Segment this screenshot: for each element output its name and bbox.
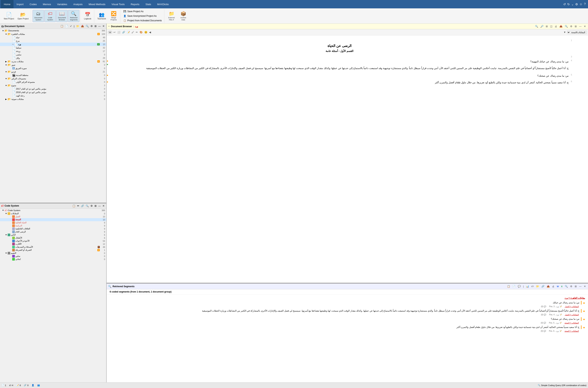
db-code-btn1[interactable]: ▼ (563, 31, 566, 34)
ret-minimize[interactable]: — (579, 285, 582, 288)
misc-arrow[interactable]: ▼ (4, 84, 8, 87)
audio-arrow[interactable]: ▶ (4, 98, 8, 100)
db-code-btn3[interactable]: 😊 (144, 31, 148, 34)
tree-code-children[interactable]: الأطفال 6 (0, 236, 106, 240)
open-project-button[interactable]: 📂 Open Project (16, 10, 30, 22)
db-code-btn8[interactable]: 🔗 (121, 31, 126, 34)
db-code-btn4[interactable]: 🎨 (139, 31, 143, 34)
code-system-button[interactable]: 🏷 CodeSystem (44, 10, 56, 22)
external-files-button[interactable]: 📁 ExternalFiles ▾ (166, 10, 177, 22)
db-code-btn6[interactable]: 🖊 (131, 31, 135, 34)
db-minimize[interactable]: — (579, 25, 582, 28)
code-eval-arrow[interactable]: ▼ (4, 252, 8, 254)
menu-reports[interactable]: Reports (128, 0, 142, 8)
code-sys-btn2[interactable]: ✏ (77, 204, 80, 208)
tree-focus-groups[interactable]: ▼ 📂 مجموعات التركيز 0 (0, 77, 106, 80)
seg-2-doc-link[interactable]: المقابلات < العمل (565, 314, 579, 316)
ret-btn8[interactable]: 📤 (546, 285, 550, 288)
menu-home[interactable]: Home (1, 0, 14, 8)
code-int-arrow[interactable]: ▼ (4, 213, 8, 215)
ret-search[interactable]: 🔍 (564, 285, 568, 288)
tree-code-work[interactable]: العمل 10 (0, 215, 106, 218)
settings-icon[interactable]: ⚙ (575, 2, 578, 6)
db-code-btn7[interactable]: 📝 (126, 31, 131, 34)
merge-projects-button[interactable]: 🔀 MergeProjects (108, 10, 119, 22)
project-activated-button[interactable]: 📋 Project from Activated Documents (122, 19, 163, 23)
tree-wael[interactable]: 📄 وائل 29 (0, 56, 106, 60)
tree-hayat[interactable]: 📄 حياة 49 (0, 36, 106, 39)
db-code-btn9[interactable]: ⬜ (117, 31, 121, 34)
db-expand[interactable]: ⊞ (574, 25, 577, 28)
ret-btn3[interactable]: 💬 (517, 285, 521, 288)
ret-excel[interactable]: X (561, 285, 563, 288)
new-project-button[interactable]: 📄 New Project (2, 10, 16, 22)
menu-codes[interactable]: Codes (27, 0, 40, 8)
menu-import[interactable]: Import (14, 0, 27, 8)
archive-data-button[interactable]: 📦 ArchiveData (178, 10, 189, 22)
retrieved-segments-button[interactable]: 🔍 RetrievedSegments (68, 10, 80, 22)
menu-stats[interactable]: Stats (142, 0, 154, 8)
tree-india-trip[interactable]: 📄 رحلة الهند 0 (0, 94, 106, 97)
tree-code-people[interactable]: ▼ الناس 6 (0, 233, 106, 236)
tree-code-friends[interactable]: الأصدقاء و الصديقات T 49 (0, 245, 106, 249)
madrid-arrow[interactable]: ▶ (4, 60, 8, 63)
save-project-as-button[interactable]: 💾 Save Project As (122, 9, 145, 14)
ret-btn9[interactable]: 🖨 (551, 285, 555, 288)
tree-code-relations[interactable]: العلاقات العاطفية 9 (0, 227, 106, 230)
seg-1-doc-link[interactable]: المقابلات < العمل (565, 305, 579, 308)
redo-icon[interactable]: ↻ (567, 2, 570, 6)
db-close[interactable]: ✕ (583, 25, 587, 28)
code-sys-close[interactable]: ✕ (102, 204, 105, 208)
smiley-icon[interactable]: ☺ (579, 2, 583, 6)
tree-cairo-interviews[interactable]: ▼ 📂 مقابلات القاهرة M 169 (0, 32, 106, 36)
db-grid[interactable]: ⊞ (545, 25, 548, 28)
retrieved-content[interactable]: مقابلات القاهرة > ورد ● س: ما مدى رضاك ع… (107, 294, 588, 382)
tree-code-study[interactable]: الدراسة 9 (0, 224, 106, 227)
document-tree[interactable]: ▼ 📂 Documents 386 ▼ 📂 مقابلات القاهرة M … (0, 29, 106, 203)
menu-visual-tools[interactable]: Visual Tools (108, 0, 128, 8)
menu-chevron-icon[interactable]: ⌄ (571, 2, 574, 6)
tree-marah[interactable]: 📄 مرح 25 (0, 39, 106, 43)
cairo-arrow[interactable]: ▼ (4, 33, 8, 35)
menu-mixed-methods[interactable]: Mixed Methods (85, 0, 108, 8)
menu-analysis[interactable]: Analysis (70, 0, 85, 8)
code-sys-btn1[interactable]: 📋 (72, 204, 76, 208)
tree-code-satisfaction[interactable]: الرضى العام 9 (0, 230, 106, 233)
db-print[interactable]: 🖨 (554, 25, 558, 28)
tree-code-negative[interactable]: سلبي 0 (0, 255, 106, 258)
tree-focus-first[interactable]: 📄 مجموعة التركيز الأولى 0 (0, 80, 106, 84)
code-root-arrow[interactable]: ▼ (1, 209, 4, 211)
tree-code-relatives[interactable]: الأقارب 12 (0, 242, 106, 245)
save-anonymized-button[interactable]: 👤 Save Anonymized Project As (122, 14, 158, 18)
doc-sys-btn5[interactable]: 📁 (76, 24, 80, 28)
tree-code-evaluation[interactable]: ▼ التقييم 0 (0, 252, 106, 255)
tree-code-health[interactable]: الصحة 10 (0, 218, 106, 221)
tree-city-map[interactable]: 🎬 مخطط المدينة 0 (0, 73, 106, 77)
seg-4-doc-link[interactable]: المقابلات < الصحة (564, 330, 579, 332)
ret-gear[interactable]: ⚙ (569, 285, 573, 288)
db-code-btn10[interactable]: ↩ (113, 31, 116, 34)
tree-misc[interactable]: ▼ 📂 متنوع 3 (0, 84, 106, 87)
menu-maxdictio[interactable]: MAXDictio (154, 0, 172, 8)
ret-btn7[interactable]: 🔗 (541, 285, 545, 288)
focus-arrow[interactable]: ▼ (4, 78, 8, 80)
db-toggle[interactable]: ● (108, 31, 112, 34)
photos-arrow[interactable]: ▼ (4, 64, 8, 66)
doc-sys-close[interactable]: ✕ (102, 24, 105, 28)
teamwork-button[interactable]: 👥 Teamwork (96, 10, 107, 22)
db-code-btn2[interactable]: ◀ (149, 31, 152, 34)
tree-code-family[interactable]: الحياة العائلية 9 (0, 221, 106, 224)
ret-word[interactable]: W (556, 285, 559, 288)
code-tree[interactable]: ▼ 🏷 Code System 386 ▼ المقابلات 0 (0, 209, 106, 383)
doc-sys-minimize[interactable]: — (98, 24, 101, 28)
doc-sys-gear[interactable]: ⚙ (90, 24, 93, 28)
doc-sys-search[interactable]: 🔍 (85, 24, 89, 28)
db-gear[interactable]: ⚙ (569, 25, 573, 28)
db-search2[interactable]: 🔎 (540, 25, 544, 28)
tree-conf-2018[interactable]: 📄 مؤتمر ماكس كيو دي اي العام 2018 0 (0, 91, 106, 94)
video-arrow[interactable]: ▼ (4, 71, 8, 73)
documents-arrow[interactable]: ▼ (1, 30, 4, 32)
tree-code-interviews[interactable]: ▼ المقابلات 0 (0, 212, 106, 215)
tree-ward[interactable]: ✏ 📄 ورد ✓ 13 (0, 43, 106, 46)
tree-code-siblings[interactable]: الأخوة و الأخوات 54 (0, 240, 106, 242)
